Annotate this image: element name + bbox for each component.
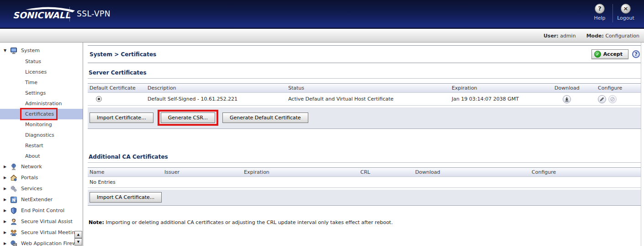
accept-label: Accept (603, 51, 623, 57)
chevron-right-icon[interactable]: ▶ (4, 183, 9, 194)
column-header-crl: CRL (359, 169, 413, 175)
sidebar-item-time[interactable]: Time (0, 77, 83, 88)
note-label: Note: (89, 219, 104, 225)
default-certificate-radio[interactable] (96, 96, 102, 102)
svg-text:N: N (12, 198, 16, 203)
sonicwall-logo-icon: SONICWALL (13, 6, 77, 22)
sidebar-item-settings[interactable]: Settings (0, 88, 83, 98)
page-title-bar: System > Certificates ✓ Accept ? (88, 45, 641, 63)
sidebar-item-portals[interactable]: ▶ Portals (0, 172, 83, 183)
svg-text:SONICWALL: SONICWALL (13, 10, 71, 20)
breadcrumb: System > Certificates (88, 51, 156, 58)
ca-certificates-title: Additional CA Certificates (88, 154, 641, 163)
chevron-right-icon[interactable]: ▶ (4, 205, 9, 216)
sidebar-item-secure-virtual-meeting[interactable]: ▶ Secure Virtual Meeting (0, 227, 83, 238)
import-certificate-button[interactable]: Import Certificate... (90, 112, 153, 123)
column-header-expiration: Expiration (450, 85, 553, 91)
delete-disabled-icon[interactable] (608, 95, 617, 103)
sidebar-item-secure-virtual-assist[interactable]: ▶ Secure Virtual Assist (0, 216, 83, 227)
chevron-down-icon[interactable]: ▼ (4, 45, 9, 56)
sidebar-item-services[interactable]: ▶ Services (0, 183, 83, 194)
server-certificates-header-row: Default Certificate Description Status E… (88, 83, 641, 93)
column-header-description: Description (146, 85, 286, 91)
generate-default-certificate-button[interactable]: Generate Default Certificate (222, 112, 308, 123)
sidebar-item-system[interactable]: ▼ System (0, 45, 83, 56)
help-button[interactable]: ? Help (588, 3, 612, 21)
portals-icon (10, 174, 17, 182)
chevron-right-icon[interactable]: ▶ (4, 194, 9, 205)
sidebar-item-administration[interactable]: Administration (0, 98, 83, 109)
import-ca-certificate-button[interactable]: Import CA Certificate... (90, 192, 162, 203)
sidebar-item-web-application-firewall[interactable]: ▶ Web Application Firewa (0, 238, 83, 246)
column-header-configure: Configure (530, 169, 641, 175)
sidebar-nav: ▼ System Status Licenses Time Settings A… (0, 43, 83, 246)
chevron-right-icon[interactable]: ▶ (4, 216, 9, 227)
column-header-configure: Configure (596, 85, 641, 91)
page-help-icon[interactable]: ? (632, 50, 640, 58)
generate-csr-button[interactable]: Generate CSR... (161, 112, 215, 123)
sidebar-item-netextender[interactable]: ▶ N NetExtender (0, 194, 83, 205)
web-app-firewall-icon (10, 240, 17, 246)
monitor-icon (10, 47, 17, 54)
table-row: Default Self-Signed - 10.61.252.221 Acti… (88, 93, 641, 106)
column-header-issuer: Issuer (163, 169, 242, 175)
sidebar-item-licenses[interactable]: Licenses (0, 67, 83, 77)
accept-button[interactable]: ✓ Accept (591, 49, 628, 59)
actions-divider (612, 4, 613, 22)
main-content: System > Certificates ✓ Accept ? Server … (84, 43, 644, 246)
sidebar-item-certificates[interactable]: Certificates (0, 109, 83, 119)
scroll-down-icon[interactable]: ▼ (74, 238, 82, 246)
ca-certificates-header-row: Name Issuer Expiration CRL Download Conf… (88, 167, 641, 177)
certificate-description: Default Self-Signed - 10.61.252.221 (146, 96, 286, 102)
network-icon (10, 163, 17, 171)
help-icon[interactable]: ? (595, 4, 605, 14)
sidebar-item-about[interactable]: About (0, 151, 83, 161)
logout-button[interactable]: × Logout (614, 3, 638, 21)
column-header-download: Download (413, 169, 530, 175)
sidebar-item-restart[interactable]: Restart (0, 140, 83, 151)
sidebar-item-status[interactable]: Status (0, 56, 83, 67)
note-text: Note: Importing or deleting additional C… (88, 219, 641, 225)
brand-divider (69, 7, 70, 21)
sidebar-item-label: System (21, 45, 40, 56)
column-header-expiration: Expiration (242, 169, 359, 175)
server-certificates-title: Server Certificates (88, 70, 641, 79)
ca-certificates-actions: Import CA Certificate... (88, 190, 641, 206)
sidebar-item-network[interactable]: ▶ Network (0, 161, 83, 172)
download-icon[interactable] (563, 95, 571, 103)
column-header-status: Status (286, 85, 450, 91)
chevron-right-icon[interactable]: ▶ (4, 238, 9, 246)
certificate-status: Active Default and Virtual Host Certific… (286, 96, 450, 102)
column-header-default-certificate: Default Certificate (88, 85, 146, 91)
column-header-download: Download (553, 85, 596, 91)
user-value: admin (560, 33, 575, 39)
sonicwall-logo: SONICWALL (13, 6, 77, 22)
sidebar-item-diagnostics[interactable]: Diagnostics (0, 130, 83, 140)
services-icon (10, 185, 17, 193)
scroll-up-icon[interactable]: ▲ (74, 231, 82, 238)
logout-icon[interactable]: × (621, 4, 631, 14)
logout-label: Logout (614, 15, 638, 21)
annotation-red-box: Generate CSR... (158, 110, 218, 126)
column-header-name: Name (88, 169, 163, 175)
endpoint-control-icon (10, 207, 17, 214)
chevron-right-icon[interactable]: ▶ (4, 161, 9, 172)
certificate-expiration: Jan 19 03:14:07 2038 GMT (450, 96, 553, 102)
check-icon: ✓ (594, 51, 601, 58)
chevron-right-icon[interactable]: ▶ (4, 227, 9, 238)
user-label: User: (544, 33, 559, 39)
chevron-right-icon[interactable]: ▶ (4, 172, 9, 183)
help-label: Help (588, 15, 612, 21)
sidebar-item-end-point-control[interactable]: ▶ End Point Control (0, 205, 83, 216)
netextender-icon: N (10, 196, 17, 203)
product-name: SSL-VPN (77, 9, 111, 18)
mode-label: Mode: (586, 33, 604, 39)
sidebar-scrollbar[interactable]: ▲ ▼ (74, 231, 82, 246)
sidebar-item-monitoring[interactable]: Monitoring (0, 119, 83, 130)
status-bar: User: admin Mode: Configuration (0, 30, 644, 43)
virtual-meeting-icon (10, 229, 17, 236)
server-certificates-actions: Import Certificate... Generate CSR... Ge… (88, 107, 641, 129)
virtual-assist-icon (10, 218, 17, 225)
edit-icon[interactable] (598, 95, 606, 103)
content-right-edge (641, 43, 641, 246)
